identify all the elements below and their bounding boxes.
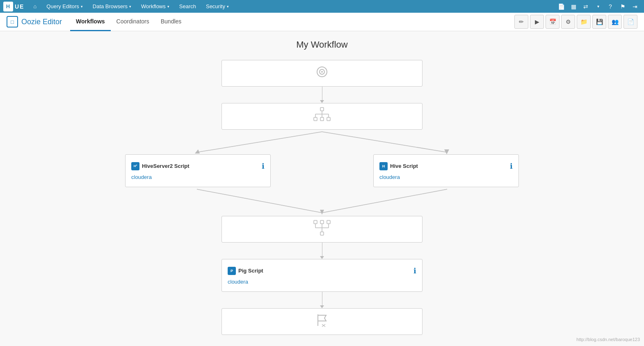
- nav-item-workflows[interactable]: Workflows ▾: [136, 0, 174, 13]
- hiveserver2-node[interactable]: H² HiveServer2 Script ℹ cloudera: [125, 154, 271, 187]
- svg-rect-6: [327, 117, 330, 121]
- new-file-icon[interactable]: 📄: [555, 1, 567, 12]
- start-icon: [315, 65, 329, 81]
- pig-script-node[interactable]: P Pig Script ℹ cloudera: [222, 259, 422, 292]
- svg-line-12: [197, 132, 322, 152]
- table-icon[interactable]: ▦: [568, 1, 579, 12]
- pig-script-settings-icon[interactable]: ℹ: [413, 266, 416, 275]
- chevron-down-icon: ▾: [227, 5, 229, 9]
- nav-item-home[interactable]: ⌂: [28, 0, 41, 13]
- share-icon[interactable]: ⇄: [580, 1, 591, 12]
- action-header-left: H² HiveServer2 Script ℹ: [131, 162, 265, 171]
- chevron-down-icon: ▾: [81, 5, 83, 9]
- join-icon: [313, 220, 331, 239]
- tabs: Workflows Coordinators Bundles: [70, 13, 187, 31]
- hiveserver2-link[interactable]: cloudera: [131, 174, 152, 180]
- top-nav: H UE ⌂ Query Editors ▾ Data Browsers ▾ W…: [0, 0, 644, 13]
- main-content: My Workflow: [0, 31, 644, 346]
- svg-line-16: [197, 189, 321, 213]
- nav-item-query-editors[interactable]: Query Editors ▾: [41, 0, 87, 13]
- svg-rect-5: [320, 117, 324, 121]
- doc-button[interactable]: 📄: [623, 15, 637, 29]
- workflow-title: My Workflow: [296, 39, 348, 50]
- action-title-right: H Hive Script: [379, 162, 418, 170]
- hive-script-settings-icon[interactable]: ℹ: [510, 162, 513, 171]
- logo-icon: H: [3, 2, 13, 11]
- hive-script-link[interactable]: cloudera: [379, 174, 400, 180]
- pig-script-link[interactable]: cloudera: [228, 279, 248, 285]
- svg-rect-19: [314, 220, 317, 224]
- folder-button[interactable]: 📁: [577, 15, 591, 29]
- hiveserver2-icon: H²: [131, 162, 139, 170]
- action-header-pig: P Pig Script ℹ: [228, 266, 416, 275]
- help-icon[interactable]: ?: [605, 1, 616, 12]
- action-title-pig: P Pig Script: [228, 267, 263, 275]
- fork-icon: [313, 107, 331, 126]
- settings-button[interactable]: ⚙: [561, 15, 575, 29]
- svg-rect-22: [320, 232, 324, 235]
- save-button[interactable]: 💾: [592, 15, 606, 29]
- svg-line-14: [322, 132, 447, 152]
- oozie-editor-icon: □: [7, 16, 18, 27]
- nav-right-icons: 📄 ▦ ⇄ ▾ ? ⚑ ⇥: [555, 1, 641, 12]
- chevron-down-icon: ▾: [167, 5, 169, 9]
- action-title-left: H² HiveServer2 Script: [131, 162, 190, 170]
- svg-rect-4: [314, 117, 317, 121]
- hive-script-icon: H: [379, 162, 388, 170]
- end-flag-icon: [315, 313, 329, 330]
- watermark: http://blog.csdn.net/baroque123: [576, 337, 640, 342]
- svg-point-2: [321, 71, 323, 73]
- pig-script-icon: P: [228, 267, 236, 275]
- users-button[interactable]: 👥: [608, 15, 622, 29]
- edit-button[interactable]: ✏: [514, 15, 528, 29]
- svg-line-17: [323, 189, 447, 213]
- tab-bundles[interactable]: Bundles: [155, 13, 187, 31]
- arrow-join-to-pig: [320, 243, 324, 259]
- fork-converge-svg: [117, 187, 527, 216]
- nav-item-search[interactable]: Search: [174, 0, 201, 13]
- join-node[interactable]: [222, 216, 422, 243]
- hive-script-node[interactable]: H Hive Script ℹ cloudera: [373, 154, 519, 187]
- svg-rect-21: [327, 220, 330, 224]
- flag-icon[interactable]: ⚑: [617, 1, 628, 12]
- chevron-down-icon: ▾: [129, 5, 131, 9]
- tab-workflows[interactable]: Workflows: [70, 13, 111, 31]
- nav-item-security[interactable]: Security ▾: [201, 0, 234, 13]
- fork-diverge-svg: [117, 130, 527, 154]
- schedule-button[interactable]: 📅: [546, 15, 560, 29]
- logo[interactable]: H UE: [3, 2, 24, 11]
- nav-item-data-browsers[interactable]: Data Browsers ▾: [88, 0, 136, 13]
- hiveserver2-settings-icon[interactable]: ℹ: [262, 162, 265, 171]
- app-title-text: Oozie Editor: [21, 18, 62, 26]
- app-title: □ Oozie Editor: [7, 16, 62, 27]
- home-icon: ⌂: [33, 3, 37, 9]
- tab-coordinators[interactable]: Coordinators: [111, 13, 155, 31]
- svg-rect-20: [320, 220, 324, 224]
- svg-rect-3: [320, 108, 324, 111]
- exit-icon[interactable]: ⇥: [629, 1, 641, 12]
- arrow-pig-to-end: [320, 292, 324, 308]
- toolbar: □ Oozie Editor Workflows Coordinators Bu…: [0, 13, 644, 31]
- logo-text: UE: [15, 3, 24, 10]
- run-button[interactable]: ▶: [530, 15, 544, 29]
- parallel-section: H² HiveServer2 Script ℹ cloudera H: [117, 130, 527, 216]
- action-header-right: H Hive Script ℹ: [379, 162, 513, 171]
- end-node[interactable]: [222, 308, 422, 335]
- workflow-canvas: My Workflow: [0, 39, 644, 343]
- chevron-down-icon-nav[interactable]: ▾: [592, 1, 604, 12]
- start-node[interactable]: [222, 60, 422, 87]
- svg-marker-13: [195, 149, 200, 154]
- fork-node-1[interactable]: [222, 103, 422, 130]
- toolbar-right-buttons: ✏ ▶ 📅 ⚙ 📁 💾 👥 📄: [514, 15, 637, 29]
- arrow-start-to-fork1: [320, 87, 324, 103]
- parallel-nodes-row: H² HiveServer2 Script ℹ cloudera H: [117, 154, 527, 187]
